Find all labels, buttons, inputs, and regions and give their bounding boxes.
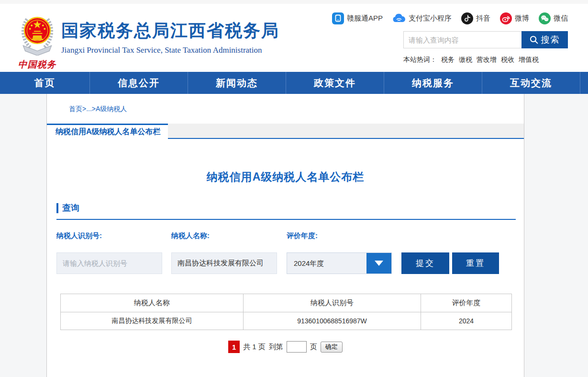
- query-section-header: 查询: [56, 202, 79, 214]
- nav-filler: [580, 72, 588, 94]
- site-search: 搜索: [403, 31, 568, 48]
- nav-item-info-disclosure[interactable]: 信息公开: [90, 72, 188, 94]
- alipay-cloud-icon: [392, 12, 406, 24]
- social-link-weibo[interactable]: 微博: [500, 12, 529, 24]
- total-pages-text: 共 1 页: [243, 343, 266, 352]
- taxpayer-name-label: 纳税人名称:: [171, 231, 210, 240]
- search-input[interactable]: [403, 31, 521, 48]
- hot-word-link[interactable]: 税务: [441, 56, 455, 64]
- hot-word-link[interactable]: 营改增: [477, 56, 497, 64]
- social-link-ganfutong-app[interactable]: 赣服通APP: [332, 12, 383, 24]
- nav-item-news[interactable]: 新闻动态: [188, 72, 286, 94]
- evaluation-year-select[interactable]: 2024年度: [287, 252, 392, 274]
- nav-item-home[interactable]: 首页: [0, 72, 90, 94]
- pagination: 1 共 1 页 到第 页 确定: [47, 341, 524, 353]
- hot-word-link[interactable]: 税收: [501, 56, 514, 64]
- submit-button[interactable]: 提交: [401, 252, 449, 274]
- taxpayer-result-table: 纳税人名称 纳税人识别号 评价年度 南昌协达科技发展有限公司 913601006…: [60, 294, 512, 330]
- query-section-title: 查询: [62, 202, 79, 214]
- org-title-chinese: 国家税务总局江西省税务局: [61, 19, 279, 43]
- social-link-label: 微博: [515, 14, 529, 23]
- table-row: 南昌协达科技发展有限公司 91360100688516987W 2024: [61, 312, 512, 330]
- page-number-button[interactable]: 1: [228, 341, 240, 353]
- evaluation-year-label: 评价年度:: [287, 231, 318, 240]
- org-titles: 国家税务总局江西省税务局 Jiangxi Provincial Tax Serv…: [61, 19, 279, 55]
- content-panel: 首页>...>A级纳税人 纳税信用A级纳税人名单公布栏 纳税信用A级纳税人名单公…: [46, 94, 524, 377]
- site-header: 中国税务 国家税务总局江西省税务局 Jiangxi Provincial Tax…: [0, 4, 588, 72]
- search-button[interactable]: 搜索: [521, 31, 568, 48]
- tab-bar-filler: [168, 124, 524, 139]
- search-icon: [530, 35, 538, 44]
- hot-word-link[interactable]: 增值税: [519, 56, 539, 64]
- goto-confirm-button[interactable]: 确定: [321, 342, 343, 353]
- goto-suffix-text: 页: [310, 343, 317, 352]
- nav-item-policy[interactable]: 政策文件: [286, 72, 384, 94]
- column-header-taxpayer-id: 纳税人识别号: [244, 294, 421, 312]
- cell-taxpayer-name: 南昌协达科技发展有限公司: [61, 312, 244, 330]
- taxpayer-id-label: 纳税人识别号:: [56, 231, 102, 240]
- social-link-wechat[interactable]: 微信: [539, 12, 568, 24]
- top-strip: [0, 0, 588, 4]
- taxpayer-name-input[interactable]: [171, 252, 277, 274]
- main-nav: 首页 信息公开 新闻动态 政策文件 纳税服务 互动交流: [0, 72, 588, 94]
- section-divider: [56, 219, 516, 220]
- table-header-row: 纳税人名称 纳税人识别号 评价年度: [61, 294, 512, 312]
- hot-word-link[interactable]: 缴税: [459, 56, 472, 64]
- nav-item-tax-service[interactable]: 纳税服务: [384, 72, 482, 94]
- page-title: 纳税信用A级纳税人名单公布栏: [47, 170, 524, 184]
- select-dropdown-button[interactable]: [366, 253, 391, 274]
- section-accent-bar: [56, 203, 58, 213]
- social-link-label: 微信: [554, 14, 568, 23]
- wechat-icon: [539, 12, 551, 24]
- goto-prefix-text: 到第: [269, 343, 283, 352]
- chevron-down-icon: [375, 261, 383, 266]
- hot-words-label: 本站热词：: [403, 56, 437, 64]
- tax-emblem-icon: [16, 10, 58, 56]
- hot-words-row: 本站热词： 税务 缴税 营改增 税收 增值税: [403, 56, 539, 64]
- column-header-taxpayer-name: 纳税人名称: [61, 294, 244, 312]
- breadcrumb[interactable]: 首页>...>A级纳税人: [69, 105, 127, 114]
- social-links: 赣服通APP 支付宝小程序 抖音 微博: [332, 12, 568, 24]
- douyin-icon: [461, 12, 473, 24]
- search-button-label: 搜索: [541, 34, 560, 46]
- nav-item-interaction[interactable]: 互动交流: [482, 72, 580, 94]
- cell-evaluation-year: 2024: [421, 312, 512, 330]
- social-link-alipay-mini[interactable]: 支付宝小程序: [392, 12, 452, 24]
- tax-emblem-logo: 中国税务: [14, 10, 60, 71]
- column-header-evaluation-year: 评价年度: [421, 294, 512, 312]
- evaluation-year-value: 2024年度: [287, 253, 366, 274]
- tab-a-level-taxpayer-list[interactable]: 纳税信用A级纳税人名单公布栏: [47, 124, 168, 139]
- org-title-english: Jiangxi Provincial Tax Service, State Ta…: [61, 46, 279, 55]
- social-link-label: 赣服通APP: [347, 14, 383, 23]
- social-link-douyin[interactable]: 抖音: [461, 12, 490, 24]
- social-link-label: 抖音: [476, 14, 490, 23]
- weibo-icon: [500, 12, 512, 24]
- page: 中国税务 国家税务总局江西省税务局 Jiangxi Provincial Tax…: [0, 0, 588, 377]
- goto-page-input[interactable]: [287, 341, 307, 353]
- taxpayer-id-input[interactable]: [56, 252, 162, 274]
- logo-caption: 中国税务: [14, 58, 60, 71]
- cell-taxpayer-id: 91360100688516987W: [244, 312, 421, 330]
- tab-bar: 纳税信用A级纳税人名单公布栏: [47, 124, 524, 139]
- reset-button[interactable]: 重置: [452, 252, 499, 274]
- social-link-label: 支付宝小程序: [409, 14, 452, 23]
- phone-app-icon: [332, 12, 344, 24]
